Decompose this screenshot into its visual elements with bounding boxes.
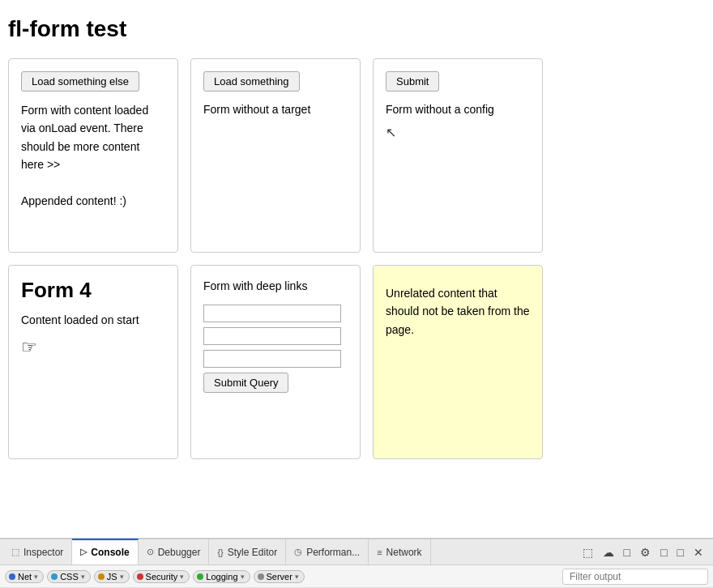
- css-chevron: ▾: [81, 573, 85, 581]
- security-dot: [137, 573, 143, 580]
- cursor-indicator: ↖: [386, 125, 530, 140]
- performance-icon: ◷: [294, 547, 302, 557]
- load-something-else-button[interactable]: Load something else: [21, 71, 139, 92]
- filter-js[interactable]: JS ▾: [94, 570, 130, 583]
- security-chevron: ▾: [180, 573, 184, 581]
- js-chevron: ▾: [120, 573, 124, 581]
- close-devtools-button[interactable]: ✕: [690, 544, 707, 560]
- net-label: Net: [18, 572, 32, 582]
- page-title: fl-form test: [8, 16, 697, 42]
- js-label: JS: [107, 572, 117, 582]
- card-4: Form 4 Content loaded on start ☞: [8, 265, 178, 459]
- submit-button[interactable]: Submit: [386, 71, 439, 92]
- card-2: Load something Form without a target: [190, 58, 361, 253]
- tab-performance[interactable]: ◷ Performan...: [286, 539, 369, 565]
- filter-server[interactable]: Server ▾: [254, 570, 305, 583]
- logging-dot: [197, 573, 203, 580]
- hand-icon: ☞: [21, 337, 165, 358]
- console-icon: ▷: [80, 547, 87, 557]
- main-content: fl-form test Load something else Form wi…: [0, 0, 713, 494]
- devtools-toolbar: Net ▾ CSS ▾ JS ▾ Security ▾ Logging ▾ Se…: [0, 565, 713, 588]
- card-6: Unrelated content that should not be tak…: [373, 265, 543, 459]
- card-1: Load something else Form with content lo…: [8, 58, 178, 253]
- css-label: CSS: [60, 572, 79, 582]
- debugger-icon: ⊙: [147, 547, 154, 557]
- tab-style-editor[interactable]: {} Style Editor: [209, 539, 286, 565]
- dock-button-1[interactable]: □: [657, 544, 670, 560]
- deep-link-input-1[interactable]: [203, 305, 341, 322]
- inspector-icon: ⬚: [11, 547, 19, 557]
- filter-logging[interactable]: Logging ▾: [193, 570, 250, 583]
- filter-css[interactable]: CSS ▾: [47, 570, 91, 583]
- card-5: Form with deep links Submit Query: [190, 265, 361, 459]
- card-4-body: Content loaded on start: [21, 311, 165, 329]
- settings-button[interactable]: ⚙: [637, 544, 654, 560]
- load-something-button[interactable]: Load something: [203, 71, 300, 92]
- deep-link-input-3[interactable]: [203, 350, 341, 368]
- form4-title: Form 4: [21, 278, 165, 303]
- net-chevron: ▾: [34, 573, 38, 581]
- server-dot: [258, 573, 264, 580]
- submit-query-button[interactable]: Submit Query: [203, 373, 288, 393]
- filter-net[interactable]: Net ▾: [5, 570, 44, 583]
- server-chevron: ▾: [295, 573, 299, 581]
- devtools-panel: ⬚ Inspector ▷ Console ⊙ Debugger {} Styl…: [0, 538, 713, 588]
- tab-network[interactable]: ≡ Network: [369, 539, 430, 565]
- tab-console[interactable]: ▷ Console: [72, 539, 138, 565]
- responsive-design-button[interactable]: ⬚: [579, 544, 596, 560]
- style-editor-icon: {}: [217, 548, 223, 557]
- tab-inspector[interactable]: ⬚ Inspector: [3, 539, 72, 565]
- card-6-body: Unrelated content that should not be tak…: [386, 284, 530, 339]
- card-5-title: Form with deep links: [203, 278, 348, 295]
- net-dot: [9, 573, 15, 580]
- network-icon: ≡: [377, 548, 382, 557]
- card-3-label: Form without a config: [386, 101, 530, 118]
- css-dot: [51, 573, 58, 580]
- deep-links-form: Submit Query: [203, 305, 348, 393]
- devtools-tabs: ⬚ Inspector ▷ Console ⊙ Debugger {} Styl…: [0, 539, 713, 565]
- dock-button-2[interactable]: □: [674, 544, 687, 560]
- card-3: Submit Form without a config ↖: [373, 58, 543, 253]
- cards-row-1: Load something else Form with content lo…: [8, 58, 697, 253]
- server-label: Server: [267, 572, 292, 582]
- filter-output-input[interactable]: [562, 569, 708, 585]
- split-console-button[interactable]: □: [621, 544, 634, 560]
- card-2-label: Form without a target: [203, 101, 348, 118]
- filter-security[interactable]: Security ▾: [133, 570, 190, 583]
- pick-element-button[interactable]: ☁: [600, 544, 617, 560]
- deep-link-input-2[interactable]: [203, 327, 341, 345]
- js-dot: [98, 573, 105, 580]
- card-1-body: Form with content loaded via onLoad even…: [21, 101, 165, 210]
- tab-debugger[interactable]: ⊙ Debugger: [139, 539, 210, 565]
- logging-chevron: ▾: [241, 573, 245, 581]
- security-label: Security: [146, 572, 178, 582]
- logging-label: Logging: [206, 572, 237, 582]
- cards-row-2: Form 4 Content loaded on start ☞ Form wi…: [8, 265, 697, 459]
